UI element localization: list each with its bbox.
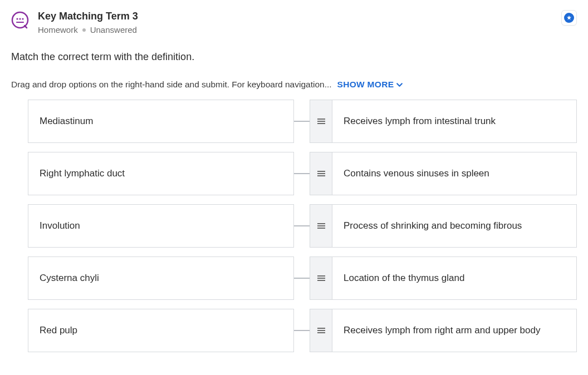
drag-handle-icon xyxy=(317,223,326,229)
drag-handle-icon xyxy=(317,170,326,177)
connector xyxy=(294,309,310,352)
question-header: Key Matching Term 3 Homework Unanswered xyxy=(11,10,577,34)
term-label: Right lymphatic duct xyxy=(40,168,125,179)
star-icon xyxy=(564,13,574,23)
drag-handle[interactable] xyxy=(310,152,332,195)
answer-box[interactable]: Contains venous sinuses in spleen xyxy=(310,152,577,195)
show-more-label: SHOW MORE xyxy=(337,80,394,90)
matching-area: Mediastinum Receives lymph from intestin… xyxy=(11,100,577,352)
match-row: Involution Process of shrinking and beco… xyxy=(28,204,577,248)
instruction-row: Drag and drop options on the right-hand … xyxy=(11,80,577,90)
header-left: Key Matching Term 3 Homework Unanswered xyxy=(11,10,138,34)
meta-separator-icon xyxy=(82,28,86,32)
connector xyxy=(294,152,310,195)
answer-box[interactable]: Location of the thymus gland xyxy=(310,256,577,300)
term-box: Mediastinum xyxy=(28,100,294,143)
svg-point-2 xyxy=(19,18,21,19)
match-row: Mediastinum Receives lymph from intestin… xyxy=(28,100,577,143)
svg-point-1 xyxy=(16,18,18,19)
term-box: Right lymphatic duct xyxy=(28,152,294,195)
drag-handle-icon xyxy=(317,118,326,125)
term-box: Involution xyxy=(28,204,294,248)
svg-point-0 xyxy=(12,12,28,28)
title-block: Key Matching Term 3 Homework Unanswered xyxy=(38,10,138,34)
svg-point-3 xyxy=(22,18,23,19)
term-box: Cysterna chyli xyxy=(28,256,294,300)
term-label: Mediastinum xyxy=(40,116,93,127)
drag-handle[interactable] xyxy=(310,257,332,299)
answer-label: Receives lymph from right arm and upper … xyxy=(332,309,576,352)
term-box: Red pulp xyxy=(28,309,294,352)
answer-box[interactable]: Process of shrinking and becoming fibrou… xyxy=(310,204,577,248)
connector xyxy=(294,204,310,248)
question-status: Unanswered xyxy=(90,25,137,34)
drag-handle[interactable] xyxy=(310,205,332,247)
answer-label: Process of shrinking and becoming fibrou… xyxy=(332,205,576,247)
drag-handle-icon xyxy=(317,327,326,334)
term-label: Red pulp xyxy=(40,325,77,336)
answer-label: Receives lymph from intestinal trunk xyxy=(332,100,576,142)
match-row: Cysterna chyli Location of the thymus gl… xyxy=(28,256,577,300)
question-title: Key Matching Term 3 xyxy=(38,10,138,23)
question-category: Homework xyxy=(38,25,78,34)
answer-label: Location of the thymus gland xyxy=(332,257,576,299)
match-row: Right lymphatic duct Contains venous sin… xyxy=(28,152,577,195)
bookmark-button[interactable] xyxy=(561,10,577,26)
question-prompt: Match the correct term with the definiti… xyxy=(11,51,577,63)
answer-label: Contains venous sinuses in spleen xyxy=(332,152,576,195)
match-row: Red pulp Receives lymph from right arm a… xyxy=(28,309,577,352)
show-more-button[interactable]: SHOW MORE xyxy=(337,80,404,90)
connector xyxy=(294,100,310,143)
question-meta: Homework Unanswered xyxy=(38,25,138,34)
instruction-text: Drag and drop options on the right-hand … xyxy=(11,80,332,90)
drag-handle[interactable] xyxy=(310,100,332,142)
connector-line xyxy=(294,278,310,279)
answer-box[interactable]: Receives lymph from intestinal trunk xyxy=(310,100,577,143)
connector-line xyxy=(294,225,310,226)
drag-handle[interactable] xyxy=(310,309,332,352)
term-label: Involution xyxy=(40,220,80,231)
connector-line xyxy=(294,121,310,122)
term-label: Cysterna chyli xyxy=(40,273,99,284)
question-type-icon xyxy=(11,11,29,29)
answer-box[interactable]: Receives lymph from right arm and upper … xyxy=(310,309,577,352)
connector xyxy=(294,256,310,300)
connector-line xyxy=(294,173,310,174)
chevron-down-icon xyxy=(396,81,403,88)
connector-line xyxy=(294,330,310,331)
drag-handle-icon xyxy=(317,275,326,282)
